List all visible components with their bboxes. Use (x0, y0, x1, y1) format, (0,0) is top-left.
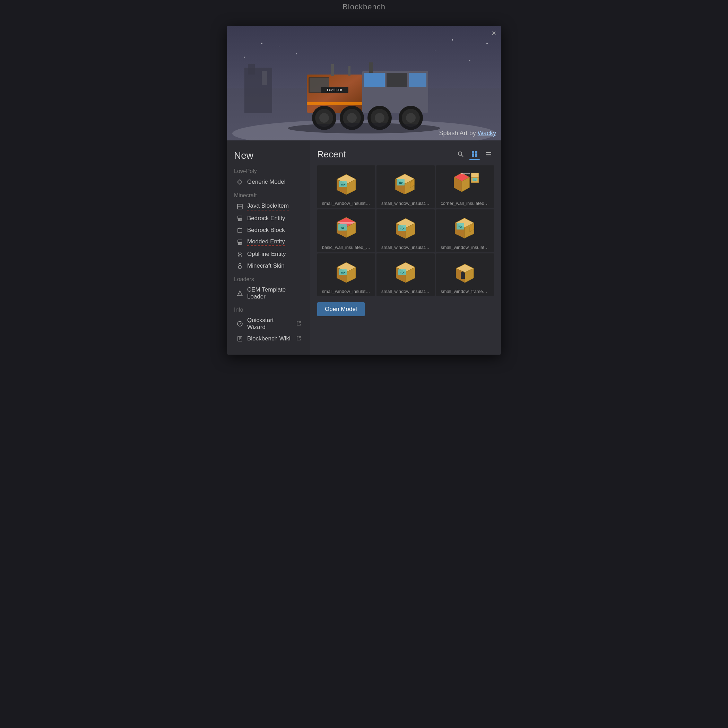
svg-point-31 (261, 43, 262, 44)
menu-item-java-block[interactable]: Java Block/Item (234, 201, 303, 212)
thumb-item-6[interactable]: TLP small_window_insulated_botto (317, 254, 375, 296)
svg-rect-4 (248, 64, 255, 75)
quickstart-label: Quickstart Wizard (247, 317, 293, 331)
thumb-item-8[interactable]: small_window_frame_top (436, 254, 494, 296)
splash-image: EXPLORER (227, 26, 501, 141)
svg-line-62 (299, 321, 301, 323)
generic-model-label: Generic Model (247, 179, 286, 185)
splash-credit: Splash Art by Wacky (439, 130, 496, 137)
title-bar: Blockbench (0, 0, 728, 14)
thumb-label-5: small_window_insulated_middl (440, 245, 489, 250)
svg-text:TLP: TLP (399, 182, 403, 184)
thumb-label-1: small_window_insulated_middl (381, 201, 430, 206)
menu-item-bedrock-entity[interactable]: Bedrock Entity (234, 213, 303, 224)
svg-text:?: ? (239, 322, 241, 326)
svg-point-51 (239, 252, 241, 255)
thumb-img-4: TLP (387, 212, 425, 243)
thumb-img-0: TLP (327, 168, 366, 199)
left-panel: New Low-Poly Generic Model Minecraft Jav… (227, 141, 310, 355)
svg-rect-30 (369, 63, 373, 73)
list-view-btn[interactable] (483, 149, 494, 160)
svg-point-36 (435, 50, 436, 50)
splash-credit-text: Splash Art by (439, 130, 476, 136)
section-lowpoly: Low-Poly (234, 168, 303, 174)
splash-author-link[interactable]: Wacky (478, 130, 496, 136)
menu-item-generic-model[interactable]: Generic Model (234, 176, 303, 188)
thumb-img-6: TLP (327, 256, 366, 288)
bedrock-entity-label: Bedrock Entity (247, 215, 285, 222)
svg-text:TLP: TLP (341, 227, 344, 229)
thumb-img-3: TLP (327, 212, 366, 243)
diamond-icon (236, 178, 244, 186)
open-model-button[interactable]: Open Model (317, 302, 365, 316)
dialog-body: New Low-Poly Generic Model Minecraft Jav… (227, 141, 501, 355)
menu-item-bedrock-block[interactable]: Bedrock Block (234, 225, 303, 236)
svg-rect-45 (240, 219, 241, 221)
help-icon: ? (236, 320, 244, 327)
thumb-label-7: small_window_insulated_botto (381, 289, 430, 294)
menu-item-optifine-entity[interactable]: OptiFine Entity (234, 249, 303, 260)
menu-item-cem-loader[interactable]: CEM Template Loader (234, 284, 303, 302)
wiki-label: Blockbench Wiki (247, 335, 291, 342)
svg-point-39 (288, 123, 440, 133)
thumb-label-0: small_window_insulated_top (322, 201, 370, 206)
svg-point-18 (319, 113, 329, 123)
svg-rect-44 (239, 219, 240, 221)
thumb-item-7[interactable]: TLP small_window_insulated_botto (376, 254, 434, 296)
svg-rect-49 (239, 243, 240, 245)
thumb-label-6: small_window_insulated_botto (322, 289, 370, 294)
svg-text:TLP: TLP (341, 271, 345, 274)
bedrock-block-label: Bedrock Block (247, 227, 285, 234)
svg-point-55 (239, 263, 241, 266)
right-panel: Recent (310, 141, 501, 355)
thumb-img-5: TLP (446, 212, 484, 243)
thumb-item-4[interactable]: TLP small_window_insulated_top (376, 210, 434, 252)
app-title: Blockbench (343, 2, 385, 11)
thumb-item-0[interactable]: TLP small_window_insulated_top (317, 165, 375, 208)
svg-point-38 (244, 57, 245, 58)
svg-rect-92 (461, 173, 470, 174)
splash-area: EXPLORER (227, 26, 501, 141)
main-dialog: EXPLORER (227, 26, 501, 355)
thumb-item-1[interactable]: TLP small_window_insulated_middl (376, 165, 434, 208)
svg-rect-101 (337, 222, 356, 223)
menu-item-wiki[interactable]: Blockbench Wiki (234, 333, 303, 344)
svg-rect-50 (240, 243, 241, 245)
splash-svg: EXPLORER (227, 26, 501, 141)
svg-rect-96 (471, 173, 479, 177)
thumb-img-8 (446, 256, 484, 288)
svg-text:TLP: TLP (401, 271, 404, 274)
section-info: Info (234, 307, 303, 313)
thumb-img-1: TLP (387, 168, 425, 199)
svg-rect-28 (331, 64, 334, 76)
java-block-label: Java Block/Item (247, 202, 289, 210)
bedrock-block-icon (236, 226, 244, 234)
svg-rect-5 (262, 71, 267, 85)
thumb-item-2[interactable]: TLP corner_wall_insulated_bottom (436, 165, 494, 208)
svg-point-33 (452, 39, 453, 41)
thumb-label-4: small_window_insulated_top (381, 245, 430, 250)
svg-line-52 (238, 255, 239, 257)
optifine-entity-icon (236, 250, 244, 258)
svg-rect-29 (349, 66, 350, 76)
svg-marker-40 (237, 180, 242, 184)
svg-rect-56 (239, 266, 241, 268)
svg-rect-48 (238, 240, 242, 243)
thumb-img-2: TLP (446, 168, 484, 199)
svg-text:TLP: TLP (401, 228, 404, 230)
loader-icon (236, 289, 244, 297)
svg-rect-73 (475, 154, 477, 157)
quickstart-external-icon (297, 321, 301, 327)
svg-point-21 (347, 113, 357, 123)
close-button[interactable]: × (492, 29, 496, 37)
menu-item-quickstart[interactable]: ? Quickstart Wizard (234, 315, 303, 332)
grid-view-btn[interactable] (469, 149, 480, 160)
search-view-btn[interactable] (455, 149, 466, 160)
menu-item-modded-entity[interactable]: Modded Entity (234, 236, 303, 248)
thumb-item-5[interactable]: TLP small_window_insulated_middl (436, 210, 494, 252)
thumb-item-3[interactable]: TLP basic_wall_insulated_bottom (317, 210, 375, 252)
menu-item-minecraft-skin[interactable]: Minecraft Skin (234, 260, 303, 271)
modded-entity-icon (236, 239, 244, 246)
svg-text:EXPLORER: EXPLORER (327, 89, 342, 92)
svg-text:TLP: TLP (458, 226, 462, 228)
